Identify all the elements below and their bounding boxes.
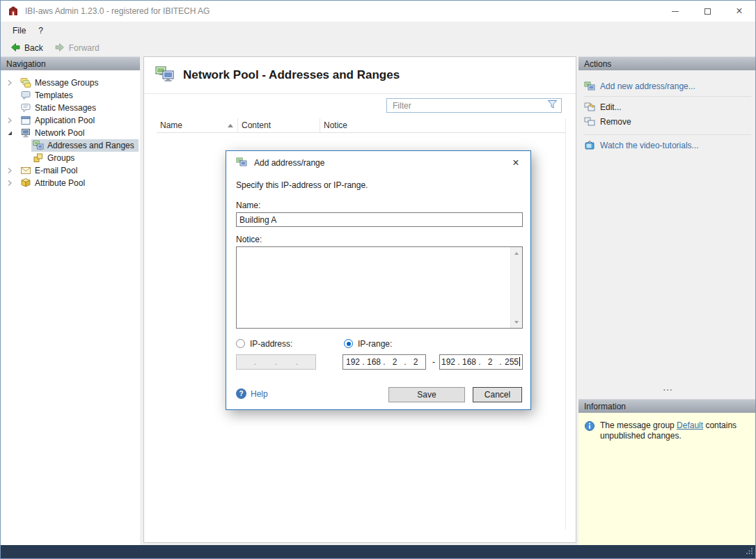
filter-funnel-icon[interactable] [547, 100, 558, 111]
range-separator: - [429, 354, 439, 370]
nav-item-templates[interactable]: Templates [1, 89, 140, 102]
column-header-notice[interactable]: Notice [320, 118, 565, 132]
groups-icon [33, 152, 44, 164]
minimize-button[interactable] [659, 1, 691, 22]
add-address-range-dialog: Add address/range × Specify this IP-addr… [226, 150, 531, 410]
nav-item-label: Attribute Pool [35, 178, 85, 188]
help-link[interactable]: ? Help [236, 388, 268, 399]
column-header-name[interactable]: Name [157, 118, 238, 132]
back-button[interactable]: Back [5, 40, 48, 56]
menu-file[interactable]: File [6, 23, 32, 38]
nav-item-label: Message Groups [35, 78, 98, 88]
save-button[interactable]: Save [388, 387, 465, 402]
scroll-up-icon[interactable] [511, 247, 522, 259]
tv-icon [584, 140, 595, 151]
remove-action[interactable]: Remove [578, 114, 756, 129]
chevron-right-icon[interactable] [6, 117, 19, 124]
default-group-link[interactable]: Default [677, 420, 703, 430]
maximize-button[interactable] [691, 1, 723, 22]
nav-item-label: Static Messages [35, 103, 96, 113]
chevron-expanded-icon[interactable] [6, 129, 19, 136]
nav-item-label: Templates [35, 90, 73, 100]
actions-separator [584, 96, 751, 97]
titlebar: IBI-aws Admin 1.23.0 - registered for IB… [1, 1, 755, 22]
forward-button[interactable]: Forward [49, 40, 104, 56]
addresses-and-ranges-icon [33, 140, 44, 151]
panel-splitter-handle[interactable]: … [578, 384, 756, 393]
remove-label: Remove [600, 117, 631, 127]
sort-ascending-icon [228, 124, 233, 127]
column-header-content[interactable]: Content [238, 118, 320, 132]
filter-input[interactable] [393, 101, 547, 111]
ip-range-start-input[interactable]: 192 168 2 2 [342, 354, 426, 370]
app-window: IBI-aws Admin 1.23.0 - registered for IB… [0, 0, 756, 559]
close-button[interactable]: × [723, 1, 755, 22]
maximize-icon [704, 8, 711, 15]
ip-range-end-input[interactable]: 192 168 2 255 [439, 354, 523, 370]
ip-address-radio[interactable] [236, 339, 245, 348]
chevron-right-icon[interactable] [6, 79, 19, 86]
table-header-row: Name Content Notice [157, 118, 565, 133]
information-header: Information [578, 399, 756, 413]
actions-header: Actions [578, 56, 756, 70]
name-input[interactable] [236, 212, 523, 227]
help-label: Help [251, 389, 268, 399]
dialog-titlebar: Add address/range × [226, 151, 530, 175]
nav-item-groups[interactable]: Groups [1, 152, 140, 164]
dialog-title: Add address/range [254, 158, 324, 168]
nav-item-addresses-and-ranges[interactable]: Addresses and Ranges [1, 139, 140, 152]
network-pool-page-icon [155, 65, 175, 86]
watch-tutorials-action[interactable]: Watch the video-tutorials... [578, 138, 756, 152]
edit-action[interactable]: Edit... [578, 100, 756, 114]
nav-item-email-pool[interactable]: E-mail Pool [1, 164, 140, 177]
add-address-action[interactable]: Add new address/range... [578, 79, 756, 93]
nav-item-message-groups[interactable]: Message Groups [1, 77, 140, 89]
notice-scrollbar[interactable] [510, 247, 522, 328]
static-messages-icon [20, 102, 31, 113]
navigation-tree: Message Groups Templates Static Messages [1, 70, 140, 189]
edit-icon [584, 102, 595, 113]
ip-address-input [236, 354, 316, 370]
ip-range-label: IP-range: [358, 339, 392, 349]
cancel-button[interactable]: Cancel [473, 387, 522, 402]
actions-panel: Actions Add new address/range... Edit...… [578, 56, 756, 545]
network-pool-icon [20, 127, 31, 139]
page-header: Network Pool - Addresses and Ranges [144, 57, 576, 94]
information-content: The message group Default contains unpub… [578, 413, 756, 545]
nav-item-application-pool[interactable]: Application Pool [1, 114, 140, 127]
edit-label: Edit... [600, 102, 622, 112]
forward-arrow-icon [54, 42, 65, 55]
ip-mode-radio-group: IP-address: IP-range: [226, 339, 530, 349]
text-cursor [519, 357, 520, 366]
dialog-description: Specify this IP-address or IP-range. [236, 180, 368, 190]
dialog-close-button[interactable]: × [508, 155, 523, 171]
nav-item-label: E-mail Pool [35, 166, 77, 175]
ip-range-radio[interactable] [344, 339, 353, 348]
remove-icon [584, 116, 595, 127]
email-pool-icon [20, 165, 31, 176]
nav-item-label: Application Pool [35, 116, 95, 125]
nav-item-label: Addresses and Ranges [47, 141, 134, 150]
nav-item-static-messages[interactable]: Static Messages [1, 102, 140, 114]
statusbar [1, 545, 755, 558]
app-logo-icon [8, 6, 19, 17]
nav-item-attribute-pool[interactable]: Attribute Pool [1, 177, 140, 189]
resize-grip[interactable] [746, 547, 753, 557]
scroll-down-icon[interactable] [511, 316, 522, 328]
info-icon [584, 420, 595, 434]
chevron-right-icon[interactable] [6, 180, 19, 187]
chevron-right-icon[interactable] [6, 167, 19, 174]
page-title: Network Pool - Addresses and Ranges [183, 68, 400, 82]
actions-separator [584, 134, 751, 135]
add-address-label: Add new address/range... [600, 81, 695, 91]
application-pool-icon [20, 115, 31, 126]
help-icon: ? [236, 388, 246, 399]
navigation-panel: Navigation Message Groups Templates [1, 56, 140, 545]
add-address-icon [584, 81, 595, 92]
message-groups-icon [20, 77, 31, 88]
nav-item-network-pool[interactable]: Network Pool [1, 127, 140, 139]
back-arrow-icon [10, 42, 21, 55]
menu-help[interactable]: ? [32, 23, 49, 38]
notice-label: Notice: [236, 235, 262, 244]
notice-textarea[interactable] [236, 246, 523, 329]
